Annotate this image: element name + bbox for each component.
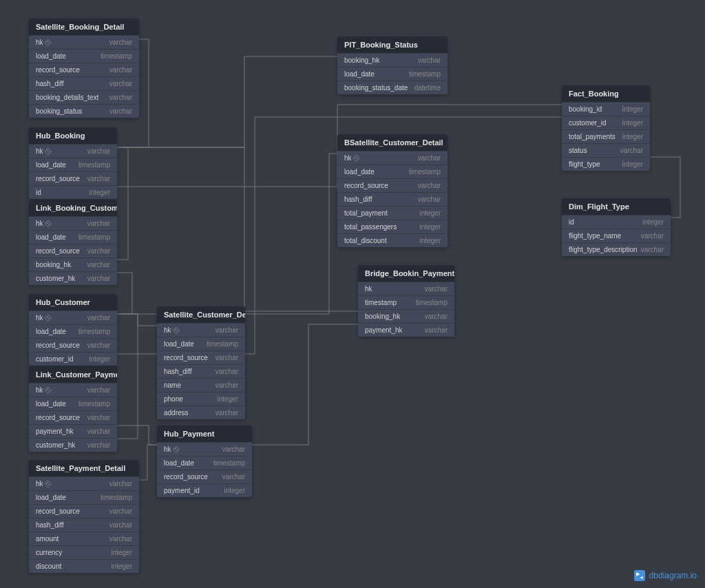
- column-type: varchar: [87, 261, 110, 269]
- column-row[interactable]: total_paymentinteger: [337, 206, 448, 220]
- column-row[interactable]: hk⚿varchar: [29, 35, 139, 49]
- column-row[interactable]: hk⚿varchar: [29, 383, 117, 397]
- column-row[interactable]: currencyinteger: [29, 545, 139, 559]
- column-row[interactable]: load_datetimestamp: [337, 67, 448, 81]
- column-row[interactable]: load_datetimestamp: [29, 490, 139, 504]
- column-row[interactable]: customer_hkvarchar: [29, 438, 117, 452]
- column-row[interactable]: hash_diffvarchar: [29, 518, 139, 532]
- column-row[interactable]: booking_idinteger: [562, 102, 650, 116]
- column-row[interactable]: hk⚿varchar: [29, 144, 117, 158]
- column-row[interactable]: load_datetimestamp: [29, 158, 117, 171]
- column-row[interactable]: hkvarchar: [358, 282, 454, 295]
- table-header[interactable]: Satellite_Payment_Detail: [29, 460, 139, 476]
- key-icon: ⚿: [43, 38, 52, 47]
- table-bridge_booking_payment[interactable]: Bridge_Bookin_Paymenthkvarchartimestampt…: [358, 265, 454, 337]
- footer-logo[interactable]: dbdiagram.io: [634, 570, 697, 581]
- table-link_booking_customer[interactable]: Link_Booking_Customerhk⚿varcharload_date…: [29, 200, 117, 285]
- column-row[interactable]: load_datetimestamp: [157, 456, 252, 470]
- column-row[interactable]: record_sourcevarchar: [29, 338, 117, 352]
- table-header[interactable]: PIT_Booking_Status: [337, 36, 448, 53]
- table-sat_customer_detail[interactable]: Satellite_Customer_Detailhk⚿varcharload_…: [157, 306, 245, 419]
- column-row[interactable]: amountvarchar: [29, 532, 139, 545]
- column-row[interactable]: statusvarchar: [562, 143, 650, 157]
- column-row[interactable]: discountinteger: [29, 559, 139, 573]
- column-row[interactable]: payment_hkvarchar: [29, 424, 117, 438]
- column-row[interactable]: booking_details_textvarchar: [29, 90, 139, 104]
- table-hub_payment[interactable]: Hub_Paymenthk⚿varcharload_datetimestampr…: [157, 426, 252, 497]
- column-row[interactable]: booking_hkvarchar: [358, 309, 454, 323]
- column-row[interactable]: booking_hkvarchar: [337, 53, 448, 67]
- column-row[interactable]: phoneinteger: [157, 392, 245, 406]
- column-row[interactable]: load_datetimestamp: [29, 49, 139, 63]
- column-row[interactable]: total_passengersinteger: [337, 220, 448, 233]
- column-row[interactable]: hk⚿varchar: [157, 442, 252, 456]
- column-row[interactable]: customer_idinteger: [562, 116, 650, 129]
- column-row[interactable]: record_sourcevarchar: [29, 63, 139, 76]
- table-header[interactable]: Satellite_Customer_Detail: [157, 306, 245, 323]
- column-row[interactable]: record_sourcevarchar: [157, 470, 252, 483]
- column-row[interactable]: customer_hkvarchar: [29, 271, 117, 285]
- column-row[interactable]: timestamptimestamp: [358, 295, 454, 309]
- column-row[interactable]: load_datetimestamp: [29, 324, 117, 338]
- table-header[interactable]: Dim_Flight_Type: [562, 198, 671, 215]
- table-header[interactable]: BSatellite_Customer_Detail: [337, 134, 448, 151]
- table-header[interactable]: Bridge_Bookin_Payment: [358, 265, 454, 282]
- column-row[interactable]: booking_statusvarchar: [29, 104, 139, 118]
- column-row[interactable]: load_datetimestamp: [29, 397, 117, 410]
- column-row[interactable]: load_datetimestamp: [337, 165, 448, 178]
- table-header[interactable]: Fact_Booking: [562, 85, 650, 102]
- column-type: varchar: [641, 232, 664, 240]
- table-header[interactable]: Hub_Booking: [29, 127, 117, 144]
- column-row[interactable]: hk⚿varchar: [337, 151, 448, 165]
- column-type: timestamp: [409, 70, 441, 78]
- column-type: varchar: [87, 275, 110, 282]
- column-row[interactable]: flight_type_namevarchar: [562, 229, 671, 242]
- column-name: total_payment: [344, 209, 388, 217]
- column-row[interactable]: payment_hkvarchar: [358, 323, 454, 337]
- column-row[interactable]: record_sourcevarchar: [29, 244, 117, 258]
- table-header[interactable]: Link_Customer_Payment: [29, 366, 117, 383]
- column-row[interactable]: flight_typeinteger: [562, 157, 650, 171]
- column-name: hash_diff: [344, 196, 372, 203]
- column-row[interactable]: hk⚿varchar: [157, 323, 245, 337]
- column-name: load_date: [36, 328, 66, 335]
- table-header[interactable]: Link_Booking_Customer: [29, 200, 117, 216]
- column-row[interactable]: hash_diffvarchar: [157, 364, 245, 378]
- column-row[interactable]: hk⚿varchar: [29, 476, 139, 490]
- table-fact_booking[interactable]: Fact_Bookingbooking_idintegercustomer_id…: [562, 85, 650, 171]
- column-row[interactable]: record_sourcevarchar: [337, 178, 448, 192]
- column-row[interactable]: record_sourcevarchar: [29, 171, 117, 185]
- key-icon: ⚿: [43, 219, 52, 228]
- column-row[interactable]: hk⚿varchar: [29, 311, 117, 324]
- table-sat_booking_detail[interactable]: Satellite_Booking_Detailhk⚿varcharload_d…: [29, 19, 139, 118]
- table-hub_booking[interactable]: Hub_Bookinghk⚿varcharload_datetimestampr…: [29, 127, 117, 199]
- table-bsat_customer_detail[interactable]: BSatellite_Customer_Detailhk⚿varcharload…: [337, 134, 448, 247]
- column-row[interactable]: addressvarchar: [157, 406, 245, 419]
- column-row[interactable]: namevarchar: [157, 378, 245, 392]
- column-row[interactable]: hash_diffvarchar: [337, 192, 448, 206]
- column-row[interactable]: load_datetimestamp: [157, 337, 245, 350]
- column-row[interactable]: booking_hkvarchar: [29, 258, 117, 271]
- table-dim_flight_type[interactable]: Dim_Flight_Typeidintegerflight_type_name…: [562, 198, 671, 256]
- table-sat_payment_detail[interactable]: Satellite_Payment_Detailhk⚿varcharload_d…: [29, 460, 139, 573]
- table-pit_booking_status[interactable]: PIT_Booking_Statusbooking_hkvarcharload_…: [337, 36, 448, 94]
- column-row[interactable]: hash_diffvarchar: [29, 76, 139, 90]
- column-row[interactable]: idinteger: [562, 215, 671, 229]
- column-row[interactable]: total_paymentsinteger: [562, 129, 650, 143]
- column-row[interactable]: flight_type_descriptionvarchar: [562, 242, 671, 256]
- column-row[interactable]: booking_status_datedatetime: [337, 81, 448, 94]
- table-header[interactable]: Satellite_Booking_Detail: [29, 19, 139, 35]
- column-row[interactable]: record_sourcevarchar: [29, 504, 139, 518]
- column-row[interactable]: customer_idinteger: [29, 352, 117, 366]
- column-row[interactable]: record_sourcevarchar: [29, 410, 117, 424]
- table-hub_customer[interactable]: Hub_Customerhk⚿varcharload_datetimestamp…: [29, 294, 117, 366]
- column-row[interactable]: total_discountinteger: [337, 233, 448, 247]
- column-row[interactable]: idinteger: [29, 185, 117, 199]
- table-header[interactable]: Hub_Customer: [29, 294, 117, 311]
- column-row[interactable]: payment_idinteger: [157, 483, 252, 497]
- column-row[interactable]: hk⚿varchar: [29, 216, 117, 230]
- table-link_customer_payment[interactable]: Link_Customer_Paymenthk⚿varcharload_date…: [29, 366, 117, 452]
- column-row[interactable]: load_datetimestamp: [29, 230, 117, 244]
- column-row[interactable]: record_sourcevarchar: [157, 350, 245, 364]
- table-header[interactable]: Hub_Payment: [157, 426, 252, 442]
